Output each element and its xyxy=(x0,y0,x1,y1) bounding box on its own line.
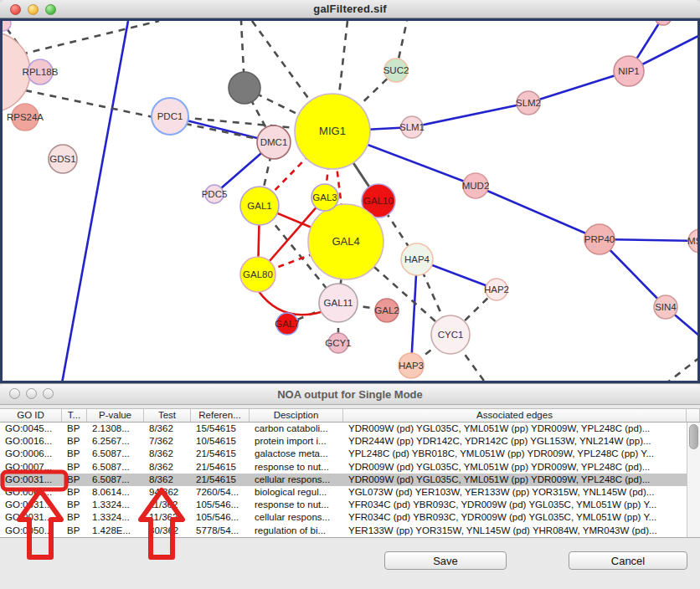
cell-go-id[interactable]: GO:0006... xyxy=(0,448,62,460)
network-node-PDC1[interactable]: PDC1 xyxy=(152,98,188,135)
cell-reference[interactable]: 10/54615 xyxy=(191,435,250,448)
table-row[interactable]: GO:0031...BP1.3324...11/362105/546...cel… xyxy=(0,511,700,524)
cell-type[interactable]: BP xyxy=(62,525,87,537)
cancel-button[interactable]: Cancel xyxy=(569,551,687,570)
cell-pvalue[interactable]: 2.1308... xyxy=(87,423,144,435)
cell-go-id[interactable]: GO:0050... xyxy=(0,525,62,537)
cell-description[interactable]: protein import i... xyxy=(250,435,343,448)
network-node-GAL1[interactable]: GAL1 xyxy=(240,187,279,225)
network-node-CYC1[interactable]: CYC1 xyxy=(431,315,470,354)
cell-type[interactable]: BP xyxy=(62,461,87,474)
network-node-HAP3[interactable]: HAP3 xyxy=(399,353,424,378)
cell-go-id[interactable]: GO:0031... xyxy=(0,511,62,524)
table-row[interactable]: GO:0006...BP6.5087...8/36221/54615galact… xyxy=(0,448,700,460)
cell-test[interactable]: 8/362 xyxy=(144,423,191,435)
cell-type[interactable]: BP xyxy=(62,474,87,486)
cell-description[interactable]: cellular respons... xyxy=(250,474,343,486)
network-canvas[interactable]: RPL18BRPS24AGDS1PDC1MIG1DMC1PDC5SUC2SLM1… xyxy=(0,18,700,383)
cell-go-id[interactable]: GO:0007... xyxy=(0,461,62,474)
cell-test[interactable]: 7/362 xyxy=(144,435,191,448)
panel-close-button[interactable] xyxy=(9,388,20,399)
cell-test[interactable]: 8/362 xyxy=(144,448,191,460)
network-node-MUD2[interactable]: MUD2 xyxy=(462,173,490,198)
cell-pvalue[interactable]: 6.2567... xyxy=(87,435,144,448)
network-node-GDS1[interactable]: GDS1 xyxy=(49,145,77,173)
network-node-SLM2[interactable]: SLM2 xyxy=(516,91,541,115)
network-node-MIG1[interactable]: MIG1 xyxy=(295,94,370,169)
network-node-GAL80[interactable]: GAL80 xyxy=(240,257,275,292)
cell-description[interactable]: regulation of bi... xyxy=(250,525,343,537)
cell-reference[interactable]: 21/54615 xyxy=(191,474,250,486)
cell-test[interactable]: 80/362 xyxy=(144,525,191,537)
cell-associated-edges[interactable]: YDR009W (pd) YGL035C, YML051W (pp) YDR00… xyxy=(343,461,687,474)
network-node-HAP4[interactable]: HAP4 xyxy=(401,243,433,275)
cell-go-id[interactable]: GO:0045... xyxy=(0,423,62,435)
scrollbar-thumb[interactable] xyxy=(689,424,698,449)
cell-pvalue[interactable]: 6.5087... xyxy=(87,474,144,486)
table-row[interactable]: GO:0031...BP1.3324...11/362105/546...res… xyxy=(0,499,700,511)
network-node-DMC1[interactable]: DMC1 xyxy=(257,125,291,159)
cell-description[interactable]: response to nut... xyxy=(250,499,343,511)
network-node-gray-node[interactable] xyxy=(229,72,260,104)
network-graph[interactable]: RPL18BRPS24AGDS1PDC1MIG1DMC1PDC5SUC2SLM1… xyxy=(0,18,700,383)
cell-pvalue[interactable]: 6.5087... xyxy=(87,461,144,474)
column-header-associated-edges[interactable]: Associated edges xyxy=(343,409,687,422)
column-header-p-value[interactable]: P-value xyxy=(87,409,144,422)
cell-pvalue[interactable]: 8.0614... xyxy=(87,486,144,499)
column-header-description[interactable]: Desciption xyxy=(250,409,343,422)
cell-description[interactable]: biological regul... xyxy=(250,486,343,499)
table-row[interactable]: GO:0031...BP6.5087...8/36221/54615cellul… xyxy=(0,474,700,486)
cell-pvalue[interactable]: 1.3324... xyxy=(87,499,144,511)
panel-minimize-button[interactable] xyxy=(26,388,37,399)
network-node-SUC2[interactable]: SUC2 xyxy=(383,59,409,82)
cell-go-id[interactable]: GO:0065... xyxy=(0,486,62,499)
cell-type[interactable]: BP xyxy=(62,423,87,435)
table-row[interactable]: GO:0007...BP6.5087...8/36221/54615respon… xyxy=(0,461,700,474)
cell-pvalue[interactable]: 1.3324... xyxy=(87,511,144,524)
network-node-GAL11[interactable]: GAL11 xyxy=(319,284,358,322)
cell-associated-edges[interactable]: YGL073W (pd) YER103W, YER133W (pp) YOR31… xyxy=(343,486,687,499)
cell-type[interactable]: BP xyxy=(62,511,87,524)
network-node-NIP1[interactable]: NIP1 xyxy=(614,56,644,86)
cell-description[interactable]: response to nut... xyxy=(250,461,343,474)
node-circle[interactable] xyxy=(229,72,260,104)
column-header-type[interactable]: T... xyxy=(62,409,87,422)
network-node-SIN4[interactable]: SIN4 xyxy=(654,295,677,319)
cell-reference[interactable]: 21/54615 xyxy=(191,461,250,474)
column-header-test[interactable]: Test xyxy=(144,409,191,422)
cell-description[interactable]: carbon cataboli... xyxy=(250,423,343,435)
network-node-GAL2[interactable]: GAL2 xyxy=(374,299,399,322)
cell-type[interactable]: BP xyxy=(62,486,87,499)
cell-associated-edges[interactable]: YPL248C (pd) YBR018C, YML051W (pp) YDR00… xyxy=(343,448,687,460)
cell-type[interactable]: BP xyxy=(62,448,87,460)
cell-type[interactable]: BP xyxy=(62,435,87,448)
table-scrollbar[interactable] xyxy=(687,423,700,537)
cell-associated-edges[interactable]: YDR009W (pd) YGL035C, YML051W (pp) YDR00… xyxy=(343,474,687,486)
cell-go-id[interactable]: GO:0031... xyxy=(0,474,62,486)
cell-associated-edges[interactable]: YFR034C (pd) YBR093C, YDR009W (pd) YGL03… xyxy=(343,511,687,524)
cell-description[interactable]: galactose meta... xyxy=(250,448,343,460)
network-node-GAL7[interactable]: GAL7 xyxy=(275,313,299,335)
save-button[interactable]: Save xyxy=(384,551,507,570)
cell-go-id[interactable]: GO:0031... xyxy=(0,499,62,511)
cell-associated-edges[interactable]: YDR009W (pd) YGL035C, YML051W (pp) YDR00… xyxy=(343,423,687,435)
table-row[interactable]: GO:0016...BP6.2567...7/36210/54615protei… xyxy=(0,435,700,448)
column-header-go-id[interactable]: GO ID xyxy=(0,409,62,422)
cell-test[interactable]: 94/362 xyxy=(144,486,191,499)
cell-reference[interactable]: 105/546... xyxy=(191,499,250,511)
cell-test[interactable]: 8/362 xyxy=(144,461,191,474)
table-row[interactable]: GO:0050...BP1.428E...80/3625778/54...reg… xyxy=(0,525,700,537)
column-header-reference[interactable]: Referen... xyxy=(191,409,250,422)
cell-type[interactable]: BP xyxy=(62,499,87,511)
network-node-GAL4[interactable]: GAL4 xyxy=(308,204,383,279)
cell-pvalue[interactable]: 6.5087... xyxy=(87,448,144,460)
network-node-PRP40[interactable]: PRP40 xyxy=(584,224,615,254)
cell-reference[interactable]: 5778/54... xyxy=(191,525,250,537)
cell-go-id[interactable]: GO:0016... xyxy=(0,435,62,448)
cell-test[interactable]: 11/362 xyxy=(144,499,191,511)
cell-reference[interactable]: 21/54615 xyxy=(191,448,250,460)
cell-reference[interactable]: 105/546... xyxy=(191,511,250,524)
cell-pvalue[interactable]: 1.428E... xyxy=(87,525,144,537)
panel-zoom-button[interactable] xyxy=(43,388,54,399)
cell-associated-edges[interactable]: YER133W (pp) YOR315W, YNL145W (pd) YHR08… xyxy=(343,525,687,537)
